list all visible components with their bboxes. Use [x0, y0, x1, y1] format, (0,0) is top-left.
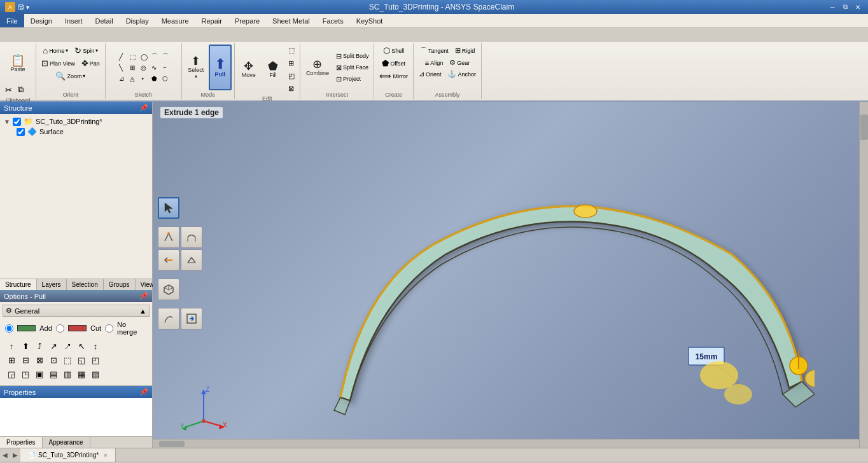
sketch-tool-13[interactable]: ⋆ — [138, 73, 148, 83]
menu-detail[interactable]: Detail — [89, 14, 120, 27]
split-face-button[interactable]: ⊠ Split Face — [333, 62, 372, 73]
orient-button[interactable]: ⊿ Orient — [416, 69, 444, 79]
options-section-header[interactable]: ⚙ General ▲ — [3, 305, 150, 317]
move-button[interactable]: ✥ Move — [237, 46, 260, 92]
cut-button[interactable]: ✂ — [3, 83, 15, 96]
tab-sc-tuto[interactable]: 📄 SC_Tuto_3DPrinting* × — [20, 448, 116, 462]
select-button[interactable]: ⬆ Select ▾ — [185, 45, 207, 90]
opt-icon-2[interactable]: ⬆ — [19, 340, 32, 352]
gear-button[interactable]: ⚙ Gear — [447, 57, 472, 68]
opt-icon-21[interactable]: ▧ — [89, 368, 102, 380]
radio-add[interactable] — [5, 324, 13, 333]
scrollbar-thumb[interactable] — [860, 114, 868, 140]
radio-no-merge[interactable] — [105, 324, 113, 333]
edit-extra-2[interactable]: ⊞ — [286, 57, 297, 69]
restore-button[interactable]: ⧉ — [840, 3, 850, 11]
tab-close-icon[interactable]: × — [104, 452, 107, 459]
radio-cut[interactable] — [56, 324, 64, 333]
tool-arrow[interactable] — [158, 197, 179, 219]
sketch-tool-4[interactable]: ⌒ — [149, 52, 159, 62]
minimize-button[interactable]: ─ — [827, 3, 837, 11]
sketch-tool-9[interactable]: ∿ — [149, 62, 159, 73]
pull-button[interactable]: ⬆ Pull — [209, 45, 232, 90]
h-scrollbar-thumb[interactable] — [159, 441, 185, 447]
sketch-tool-10[interactable]: ~ — [160, 62, 170, 73]
opt-icon-5[interactable]: ⭧ — [61, 340, 74, 352]
menu-design[interactable]: Design — [24, 14, 59, 27]
align-button[interactable]: ≡ Align — [423, 57, 445, 68]
tab-selection[interactable]: Selection — [67, 279, 104, 290]
sketch-tool-1[interactable]: ╱ — [116, 52, 127, 62]
combine-button[interactable]: ⊕ Combine — [303, 45, 332, 90]
opt-icon-10[interactable]: ⊠ — [33, 354, 46, 366]
tool-extrude-edge-1[interactable] — [158, 226, 179, 248]
tree-item-root[interactable]: ▼ 📁 SC_Tuto_3DPrinting* — [3, 116, 150, 127]
tool-3d-box[interactable] — [158, 279, 179, 300]
opt-icon-13[interactable]: ◱ — [75, 354, 88, 366]
prop-tab-appearance[interactable]: Appearance — [43, 437, 90, 448]
home-button[interactable]: ⌂ Home ▾ — [40, 45, 71, 57]
opt-icon-11[interactable]: ⊡ — [47, 354, 60, 366]
zoom-button[interactable]: 🔍 Zoom ▾ — [53, 70, 88, 82]
sketch-tool-7[interactable]: ⊞ — [127, 62, 137, 73]
tool-curve[interactable] — [158, 308, 179, 329]
tree-expand-root[interactable]: ▼ — [4, 118, 10, 125]
tab-structure[interactable]: Structure — [0, 279, 37, 290]
close-button[interactable]: ✕ — [853, 3, 863, 11]
spin-button[interactable]: ↻ Spin ▾ — [72, 45, 101, 57]
menu-file[interactable]: File — [0, 14, 24, 27]
options-pin-icon[interactable]: 📌 — [139, 292, 148, 300]
opt-icon-7[interactable]: ↕ — [89, 340, 102, 352]
edit-extra-1[interactable]: ⬚ — [286, 45, 297, 56]
opt-icon-19[interactable]: ▥ — [61, 368, 74, 380]
sketch-tool-14[interactable]: ⬟ — [149, 73, 159, 83]
opt-icon-8[interactable]: ⊞ — [5, 354, 18, 366]
edit-extra-4[interactable]: ⊠ — [286, 83, 297, 94]
menu-prepare[interactable]: Prepare — [228, 14, 266, 27]
fill-button[interactable]: ⬟ Fill — [262, 46, 284, 92]
sketch-tool-12[interactable]: ◬ — [127, 73, 137, 83]
structure-pin-icon[interactable]: 📌 — [139, 104, 148, 112]
sketch-tool-15[interactable]: ⬡ — [160, 73, 170, 83]
tab-groups[interactable]: Groups — [104, 279, 136, 290]
opt-icon-20[interactable]: ▦ — [75, 368, 88, 380]
tool-extrude-edge-2[interactable] — [181, 226, 202, 248]
opt-icon-9[interactable]: ⊟ — [19, 354, 32, 366]
menu-keyshot[interactable]: KeyShot — [350, 14, 389, 27]
opt-icon-1[interactable]: ↑ — [5, 340, 18, 352]
tool-extrude-edge-3[interactable] — [158, 249, 179, 271]
sketch-tool-2[interactable]: ⬚ — [127, 52, 137, 62]
tree-checkbox-surface[interactable] — [17, 128, 25, 136]
rigid-button[interactable]: ⊞ Rigid — [452, 45, 478, 57]
project-button[interactable]: ⊡ Project — [333, 74, 372, 85]
opt-icon-4[interactable]: ↗ — [47, 340, 60, 352]
menu-insert[interactable]: Insert — [59, 14, 89, 27]
sketch-tool-8[interactable]: ◎ — [138, 62, 148, 73]
mirror-button[interactable]: ⟺ Mirror — [377, 70, 410, 82]
menu-repair[interactable]: Repair — [195, 14, 228, 27]
bottom-scrollbar[interactable] — [153, 439, 859, 448]
prop-tab-properties[interactable]: Properties — [0, 437, 43, 448]
sketch-tool-6[interactable]: ╲ — [116, 62, 127, 73]
opt-icon-12[interactable]: ⬚ — [61, 354, 74, 366]
tool-extrude-edge-4[interactable] — [181, 249, 202, 271]
tree-checkbox-root[interactable] — [13, 118, 21, 126]
shell-button[interactable]: ⬡ Shell — [381, 45, 407, 57]
split-body-button[interactable]: ⊟ Split Body — [333, 51, 372, 62]
opt-icon-17[interactable]: ▣ — [33, 368, 46, 380]
paste-button[interactable]: 📋 Paste — [3, 45, 33, 83]
copy-button[interactable]: ⧉ — [15, 83, 26, 96]
tool-finish[interactable] — [181, 308, 202, 329]
opt-icon-14[interactable]: ◰ — [89, 354, 102, 366]
right-scrollbar[interactable] — [859, 102, 868, 448]
nav-right[interactable]: ▶ — [10, 448, 20, 462]
nav-left[interactable]: ◀ — [0, 448, 10, 462]
opt-icon-16[interactable]: ◳ — [19, 368, 32, 380]
sketch-tool-11[interactable]: ⊿ — [116, 73, 127, 83]
opt-icon-15[interactable]: ◲ — [5, 368, 18, 380]
offset-button[interactable]: ⬟ Offset — [379, 57, 408, 69]
menu-facets[interactable]: Facets — [316, 14, 350, 27]
menu-measure[interactable]: Measure — [155, 14, 195, 27]
tangent-button[interactable]: ⌒ Tangent — [417, 45, 451, 57]
plan-view-button[interactable]: ⊡ Plan View — [39, 57, 78, 69]
